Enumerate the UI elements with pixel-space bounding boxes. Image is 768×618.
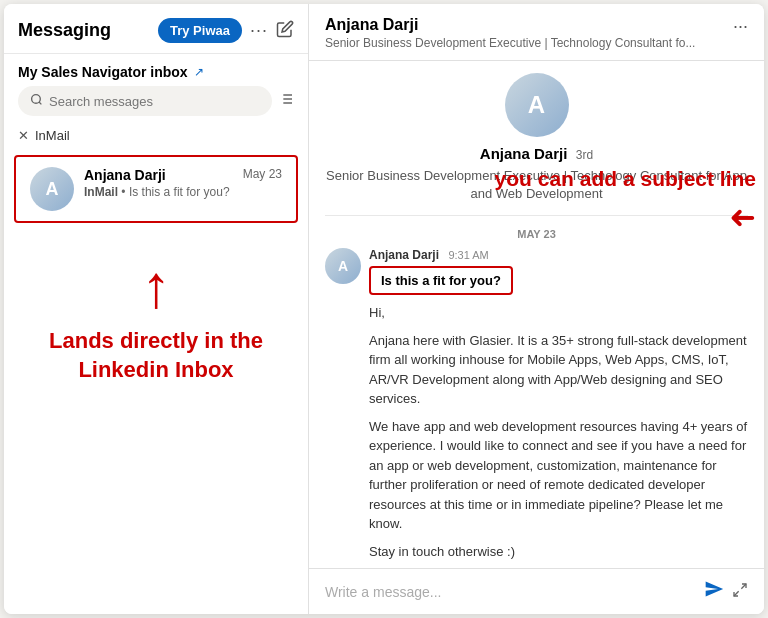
right-more-options-icon[interactable]: ··· (733, 16, 748, 37)
conv-info: Anjana Darji May 23 InMail • Is this a f… (84, 167, 282, 199)
profile-section: A Anjana Darji 3rd Senior Business Devel… (325, 73, 748, 216)
preview-dot: • (121, 185, 125, 199)
filter-icon[interactable] (278, 91, 294, 111)
profile-avatar: A (505, 73, 569, 137)
external-link-icon[interactable]: ↗ (194, 65, 204, 79)
search-input[interactable] (49, 94, 260, 109)
msg-sender-line: Anjana Darji 9:31 AM (369, 248, 748, 262)
msg-avatar: A (325, 248, 361, 284)
inmail-tag: InMail (84, 185, 118, 199)
conv-name: Anjana Darji (84, 167, 166, 183)
message-bubble-row: A Anjana Darji 9:31 AM Is this a fit for… (325, 248, 748, 568)
arrow-up-icon: ↑ (141, 257, 171, 317)
svg-point-0 (32, 95, 41, 104)
profile-headline: Senior Business Development Executive | … (325, 167, 748, 203)
svg-line-8 (734, 591, 739, 596)
expand-icon[interactable] (732, 582, 748, 602)
inbox-label-row: My Sales Navigator inbox ↗ (4, 54, 308, 86)
right-header-info: Anjana Darji Senior Business Development… (325, 16, 695, 50)
profile-degree: 3rd (576, 148, 593, 162)
write-message-bar[interactable]: Write a message... (309, 568, 764, 614)
avatar: A (30, 167, 74, 211)
inbox-label: My Sales Navigator inbox (18, 64, 188, 80)
subject-line-box: Is this a fit for you? (369, 266, 513, 295)
msg-line-3: Stay in touch otherwise :) (369, 542, 748, 562)
preview-text: Is this a fit for you? (129, 185, 230, 199)
search-box (18, 86, 272, 116)
conv-date: May 23 (243, 167, 282, 181)
message-area-wrapper: A Anjana Darji 3rd Senior Business Devel… (309, 61, 764, 568)
svg-line-7 (741, 584, 746, 589)
conv-top: Anjana Darji May 23 (84, 167, 282, 183)
app-container: Messaging Try Piwaa ··· My Sales Navigat… (4, 4, 764, 614)
filter-tag: InMail (35, 128, 70, 143)
annotation-area: ↑ Lands directly in the Linkedin Inbox (4, 227, 308, 614)
msg-body: Hi, Anjana here with Glasier. It is a 35… (369, 303, 748, 561)
conv-preview: InMail • Is this a fit for you? (84, 185, 282, 199)
header-actions: Try Piwaa ··· (158, 18, 294, 43)
message-date-divider: MAY 23 (325, 228, 748, 240)
search-row (4, 86, 308, 124)
filter-row: ✕ InMail (4, 124, 308, 151)
conversation-item[interactable]: A Anjana Darji May 23 InMail • Is this a… (14, 155, 298, 223)
message-area: A Anjana Darji 3rd Senior Business Devel… (309, 61, 764, 568)
left-panel: Messaging Try Piwaa ··· My Sales Navigat… (4, 4, 309, 614)
right-panel: Anjana Darji Senior Business Development… (309, 4, 764, 614)
profile-name: Anjana Darji (480, 145, 568, 162)
filter-tag-label: InMail (35, 128, 70, 143)
write-placeholder: Write a message... (325, 584, 441, 600)
messaging-title: Messaging (18, 20, 111, 41)
left-header: Messaging Try Piwaa ··· (4, 4, 308, 54)
write-actions (704, 579, 748, 604)
msg-line-2: We have app and web development resource… (369, 417, 748, 534)
right-header: Anjana Darji Senior Business Development… (309, 4, 764, 61)
msg-line-1: Anjana here with Glasier. It is a 35+ st… (369, 331, 748, 409)
msg-sender-name: Anjana Darji (369, 248, 439, 262)
msg-line-0: Hi, (369, 303, 748, 323)
filter-clear-icon[interactable]: ✕ (18, 128, 29, 143)
send-icon[interactable] (704, 579, 724, 604)
msg-content: Anjana Darji 9:31 AM Is this a fit for y… (369, 248, 748, 568)
contact-name: Anjana Darji (325, 16, 695, 34)
compose-icon[interactable] (276, 20, 294, 42)
msg-time: 9:31 AM (448, 249, 488, 261)
lands-in-inbox-annotation: Lands directly in the Linkedin Inbox (18, 327, 294, 384)
profile-name-row: Anjana Darji 3rd (480, 145, 593, 163)
more-options-icon[interactable]: ··· (250, 20, 268, 41)
try-piwaa-button[interactable]: Try Piwaa (158, 18, 242, 43)
contact-title: Senior Business Development Executive | … (325, 36, 695, 50)
search-icon (30, 93, 43, 109)
